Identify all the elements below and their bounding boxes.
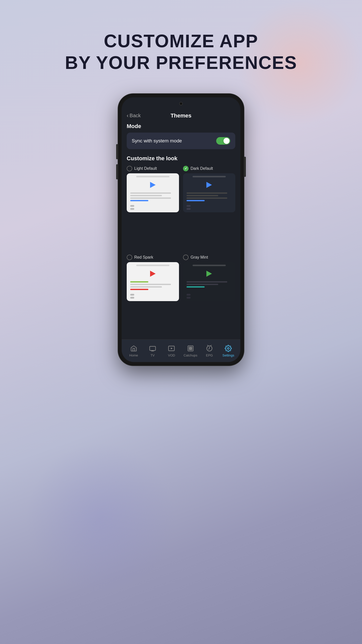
headline-line1: CUSTOMIZE APP — [65, 30, 297, 52]
mode-section-label: Mode — [127, 123, 235, 130]
svg-rect-4 — [191, 347, 192, 348]
nav-item-tv[interactable]: TV — [145, 344, 160, 357]
svg-rect-3 — [189, 347, 190, 348]
svg-rect-0 — [150, 346, 155, 350]
theme-label-red-spark: Red Spark — [127, 255, 179, 260]
theme-preview-light-default — [127, 173, 179, 212]
preview-dot — [130, 205, 134, 207]
preview-video-area — [186, 179, 233, 191]
theme-label-light-default: Light Default — [127, 166, 179, 171]
preview-dots — [129, 205, 176, 210]
preview-lines — [186, 192, 233, 201]
preview-dot — [187, 294, 191, 296]
customize-section-label: Customize the look — [127, 155, 235, 162]
theme-preview-gray-mint — [183, 262, 235, 301]
radio-dark-default — [183, 166, 189, 171]
preview-topbar — [193, 265, 226, 266]
sync-mode-toggle[interactable] — [216, 137, 230, 145]
preview-video-area — [186, 268, 233, 280]
screen-title: Themes — [170, 112, 191, 119]
preview-dot — [187, 297, 191, 299]
preview-lines — [129, 192, 176, 201]
accent-line — [130, 200, 148, 201]
content-line — [130, 192, 171, 194]
catchups-icon — [187, 344, 195, 352]
theme-preview-red-spark — [127, 262, 179, 301]
radio-gray-mint — [183, 255, 189, 260]
theme-label-gray-mint: Gray Mint — [183, 255, 235, 260]
sync-mode-row[interactable]: Sync with system mode — [127, 133, 235, 149]
content-line — [130, 197, 171, 199]
nav-label-epg: EPG — [206, 353, 213, 357]
preview-lines — [186, 281, 233, 288]
preview-dot — [130, 294, 134, 296]
vod-icon — [167, 344, 175, 352]
theme-name-red-spark: Red Spark — [134, 255, 153, 260]
content-line — [187, 192, 227, 194]
front-camera — [179, 102, 183, 105]
preview-dot — [130, 208, 134, 210]
back-chevron-icon: ‹ — [127, 112, 128, 119]
theme-item-gray-mint[interactable]: Gray Mint — [183, 255, 235, 339]
theme-item-dark-default[interactable]: Dark Default — [183, 166, 235, 251]
theme-name-light-default: Light Default — [134, 166, 157, 171]
theme-item-light-default[interactable]: Light Default — [127, 166, 179, 251]
nav-item-vod[interactable]: VOD — [164, 344, 179, 357]
preview-topbar — [136, 265, 169, 266]
app-header: ‹ Back Themes — [127, 110, 235, 123]
play-icon — [150, 271, 156, 277]
preview-dots — [129, 294, 176, 299]
home-icon — [130, 344, 138, 352]
nav-label-home: Home — [129, 353, 138, 357]
preview-dot — [130, 297, 134, 299]
content-line — [130, 286, 162, 288]
content-line — [187, 195, 218, 196]
epg-icon — [205, 344, 213, 352]
accent-line — [130, 289, 148, 290]
nav-label-catchups: Catchups — [184, 353, 197, 357]
theme-name-gray-mint: Gray Mint — [191, 255, 208, 260]
nav-item-home[interactable]: Home — [126, 344, 141, 357]
phone-screen: ‹ Back Themes Mode Sync with system mode… — [122, 97, 240, 362]
radio-red-spark — [127, 255, 132, 260]
preview-dots — [186, 294, 233, 299]
content-line — [130, 195, 162, 196]
nav-item-settings[interactable]: Settings — [221, 344, 236, 357]
nav-label-settings: Settings — [222, 353, 234, 357]
sync-mode-label: Sync with system mode — [132, 138, 182, 144]
theme-label-dark-default: Dark Default — [183, 166, 235, 171]
nav-item-epg[interactable]: EPG — [202, 344, 217, 357]
theme-grid: Light Default — [127, 166, 235, 339]
nav-label-vod: VOD — [168, 353, 175, 357]
settings-icon — [224, 344, 232, 352]
svg-rect-6 — [191, 349, 192, 350]
preview-topbar — [193, 176, 226, 177]
svg-point-8 — [228, 347, 229, 349]
radio-light-default — [127, 166, 132, 171]
content-line — [187, 197, 227, 199]
svg-rect-2 — [188, 346, 193, 351]
nav-item-catchups[interactable]: Catchups — [183, 344, 198, 357]
app-content: ‹ Back Themes Mode Sync with system mode… — [122, 110, 240, 339]
theme-name-dark-default: Dark Default — [191, 166, 213, 171]
nav-label-tv: TV — [151, 353, 155, 357]
play-icon — [150, 182, 156, 188]
svg-rect-5 — [189, 349, 190, 350]
preview-dots — [186, 205, 233, 210]
theme-item-red-spark[interactable]: Red Spark — [127, 255, 179, 339]
content-line — [187, 284, 218, 285]
theme-preview-dark-default — [183, 173, 235, 212]
preview-dot — [187, 205, 191, 207]
accent-line — [187, 286, 205, 288]
headline-line2: BY YOUR PREFERENCES — [65, 52, 297, 73]
back-button[interactable]: ‹ Back — [127, 112, 141, 119]
content-line — [130, 281, 148, 283]
page-header: CUSTOMIZE APP BY YOUR PREFERENCES — [65, 30, 297, 74]
preview-video-area — [129, 179, 176, 191]
preview-video-area — [129, 268, 176, 280]
content-line — [187, 281, 227, 283]
play-icon — [206, 182, 212, 188]
content-line — [130, 284, 171, 285]
preview-topbar — [136, 176, 169, 177]
accent-line — [187, 200, 205, 201]
